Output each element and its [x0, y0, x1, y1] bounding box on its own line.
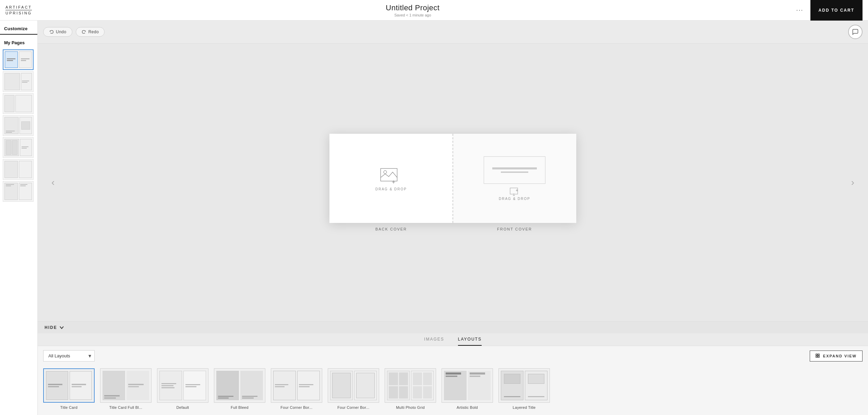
- front-cover-page: DRAG & DROP: [453, 134, 576, 223]
- page-thumbnail-2[interactable]: [3, 71, 34, 92]
- front-drag-plus-zone[interactable]: DRAG & DROP: [499, 187, 530, 201]
- logo: ARTIFACT UPRISING: [5, 5, 32, 15]
- layout-thumb-title-card: [43, 368, 95, 403]
- layout-label-layered-title: Layered Title: [513, 405, 536, 410]
- next-page-button[interactable]: ›: [844, 170, 861, 195]
- layout-item-four-corner-1[interactable]: Four Corner Bor...: [271, 368, 322, 410]
- layouts-controls: All Layouts ▾ EXPAND VIEW: [38, 346, 868, 366]
- expand-label: EXPAND VIEW: [823, 354, 857, 358]
- layout-label-multi-photo-grid: Multi Photo Grid: [396, 405, 425, 410]
- toolbar: Undo Redo: [38, 21, 868, 44]
- layout-item-title-card[interactable]: Title Card: [43, 368, 95, 410]
- page-thumbnail-6[interactable]: [3, 159, 34, 180]
- layouts-grid: Title Card: [38, 366, 868, 415]
- svg-rect-4: [510, 188, 518, 194]
- layout-thumb-default: [157, 368, 208, 403]
- svg-rect-12: [818, 356, 819, 357]
- page-thumbnail-list: [0, 48, 37, 203]
- layout-thumb-layered-title: [498, 368, 550, 403]
- svg-rect-9: [816, 354, 817, 355]
- saved-status: Saved < 1 minute ago: [394, 13, 431, 17]
- layout-label-four-corner-1: Four Corner Bor...: [280, 405, 312, 410]
- redo-button[interactable]: Redo: [76, 27, 105, 37]
- layout-thumb-title-card-full: [100, 368, 152, 403]
- page-thumbnail-1[interactable]: [3, 49, 34, 70]
- front-cover-label: FRONT COVER: [453, 227, 576, 231]
- page-thumbnail-4[interactable]: [3, 115, 34, 136]
- layout-item-artistic-bold[interactable]: Artistic Bold: [442, 368, 493, 410]
- tab-layouts[interactable]: LAYOUTS: [458, 337, 482, 346]
- more-options-button[interactable]: ···: [794, 5, 806, 15]
- page-thumbnail-7[interactable]: [3, 181, 34, 202]
- header-center: Untitled Project Saved < 1 minute ago: [386, 3, 439, 17]
- layout-label-four-corner-2: Four Corner Bor...: [337, 405, 369, 410]
- hide-panel-button[interactable]: HIDE: [38, 322, 868, 333]
- back-cover-page: DRAG & DROP: [329, 134, 453, 223]
- layout-item-four-corner-2[interactable]: Four Corner Bor...: [328, 368, 379, 410]
- layout-item-default[interactable]: Default: [157, 368, 208, 410]
- expand-view-button[interactable]: EXPAND VIEW: [810, 351, 863, 361]
- layout-item-full-bleed[interactable]: Full Bleed: [214, 368, 265, 410]
- layout-thumb-four-corner-1: [271, 368, 322, 403]
- back-cover-drag-text: DRAG & DROP: [375, 187, 407, 191]
- page-thumbnail-3[interactable]: [3, 93, 34, 114]
- title-line-2: [501, 171, 528, 173]
- layout-label-title-card: Title Card: [60, 405, 77, 410]
- customize-label: Customize: [0, 21, 37, 35]
- svg-rect-10: [818, 354, 819, 355]
- redo-label: Redo: [88, 29, 99, 34]
- layout-thumb-artistic-bold: [442, 368, 493, 403]
- layout-select[interactable]: All Layouts: [43, 350, 95, 361]
- book-spread: DRAG & DROP: [329, 134, 576, 223]
- svg-rect-11: [816, 356, 817, 357]
- add-to-cart-button[interactable]: ADD TO CART: [810, 0, 863, 21]
- layout-thumb-multi-photo-grid: [385, 368, 436, 403]
- page-thumbnail-5[interactable]: [3, 137, 34, 158]
- tab-images[interactable]: IMAGES: [424, 337, 444, 346]
- main-layout: Customize My Pages: [0, 21, 868, 415]
- layout-label-default: Default: [177, 405, 189, 410]
- front-cover-drag-text: DRAG & DROP: [499, 197, 530, 201]
- project-title: Untitled Project: [386, 3, 439, 12]
- layout-label-full-bleed: Full Bleed: [231, 405, 249, 410]
- sidebar: Customize My Pages: [0, 21, 38, 415]
- layout-item-layered-title[interactable]: Layered Title: [498, 368, 550, 410]
- my-pages-label: My Pages: [0, 36, 37, 48]
- svg-point-1: [384, 170, 387, 174]
- book-labels: BACK COVER FRONT COVER: [329, 227, 576, 231]
- back-cover-label: BACK COVER: [329, 227, 453, 231]
- bottom-panel: HIDE IMAGES LAYOUTS All Layouts ▾: [38, 321, 868, 415]
- header-right: ··· ADD TO CART: [794, 0, 863, 21]
- layout-thumb-full-bleed: [214, 368, 265, 403]
- logo-top: ARTIFACT: [5, 5, 32, 9]
- layout-label-title-card-full: Title Card Full Bl...: [109, 405, 142, 410]
- content-area: Undo Redo ‹: [38, 21, 868, 415]
- layout-label-artistic-bold: Artistic Bold: [457, 405, 478, 410]
- layout-item-title-card-full[interactable]: Title Card Full Bl...: [100, 368, 152, 410]
- undo-button[interactable]: Undo: [43, 27, 72, 37]
- tabs-bar: IMAGES LAYOUTS: [38, 333, 868, 346]
- header: ARTIFACT UPRISING Untitled Project Saved…: [0, 0, 868, 21]
- front-cover-content[interactable]: DRAG & DROP: [484, 156, 545, 201]
- layout-select-wrapper: All Layouts ▾: [43, 350, 95, 361]
- title-line-1: [492, 167, 537, 169]
- layout-item-multi-photo-grid[interactable]: Multi Photo Grid: [385, 368, 436, 410]
- layout-thumb-four-corner-2: [328, 368, 379, 403]
- logo-bottom: UPRISING: [5, 10, 32, 15]
- prev-page-button[interactable]: ‹: [45, 170, 61, 195]
- undo-label: Undo: [56, 29, 67, 34]
- back-cover-drop-zone[interactable]: DRAG & DROP: [375, 166, 407, 191]
- comment-button[interactable]: [848, 25, 863, 39]
- front-cover-text-box: [484, 156, 545, 184]
- hide-label: HIDE: [45, 325, 57, 330]
- canvas-area: ‹ DRAG & DROP: [38, 44, 868, 321]
